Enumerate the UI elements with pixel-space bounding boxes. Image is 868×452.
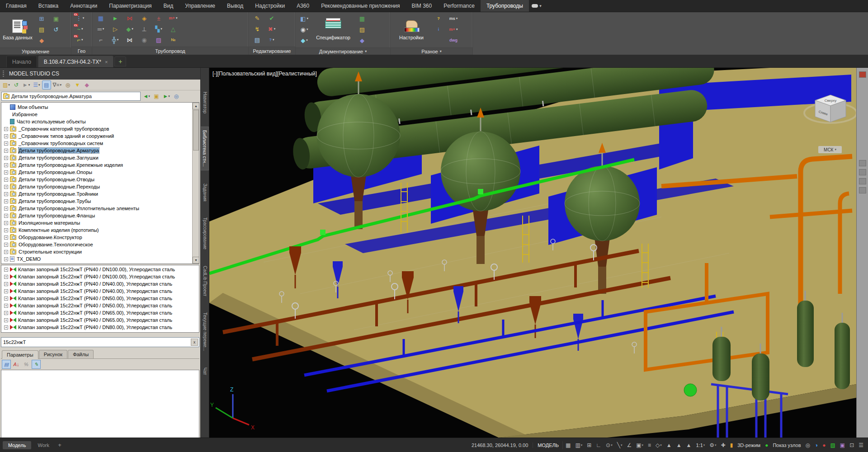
find-icon[interactable]: ◎▾ [63, 80, 72, 89]
customize-icon[interactable]: ☰ ▾ [857, 441, 865, 449]
camera-view-icon[interactable]: ◉▾ [297, 24, 311, 34]
model-space-button[interactable]: МОДЕЛЬ [534, 441, 563, 449]
layers-state-icon[interactable]: ▧ ▾ [828, 441, 837, 449]
ortho-icon[interactable]: ∟ ▾ [594, 441, 603, 449]
ribbon-display-toggle[interactable]: ▾ [529, 0, 544, 12]
start-pipeline-icon[interactable]: m+▾ [166, 13, 180, 23]
3d-scene[interactable]: Сверху Слева Z Y X [209, 68, 856, 438]
clipboard-check-icon[interactable]: ▤▾ [250, 35, 264, 45]
menu-tab[interactable]: Трубопроводы [481, 0, 529, 12]
menu-tab[interactable]: Управление [179, 0, 221, 12]
dwg-export-icon[interactable]: dwg▾ [447, 35, 460, 45]
tree-item[interactable]: TX_DEMO [1, 255, 192, 263]
tab-drawing-view[interactable]: Рисунок [39, 350, 68, 358]
nodes-display-icon[interactable]: ◎ ▾ [804, 441, 812, 449]
connect-pipes-icon[interactable]: ±▾ [152, 13, 165, 23]
tree-item[interactable]: Оборудование.Технологическое [1, 241, 192, 248]
expander-icon[interactable] [4, 127, 8, 131]
group-label[interactable]: Управление [0, 47, 71, 55]
collections-icon[interactable]: ▣▾ [49, 14, 63, 24]
annotation-visibility-icon[interactable]: ▲ ▾ [665, 441, 674, 449]
expander-icon[interactable] [4, 178, 8, 182]
units-icon[interactable]: ▮ ▾ [728, 441, 735, 449]
otrack-icon[interactable]: ∠ ▾ [625, 441, 633, 449]
side-tab[interactable]: Библиотека стн... [201, 127, 209, 170]
model-structure-icon[interactable]: ⊞▾ [35, 14, 48, 24]
expander-icon[interactable] [4, 250, 8, 254]
valve-list-item[interactable]: Клапан запорный 15с22нжТ (PN40 / DN50.00… [1, 295, 199, 302]
percent-icon[interactable]: % [22, 360, 31, 369]
menu-tab[interactable]: Рекомендованные приложения [315, 0, 406, 12]
object-cube-icon[interactable]: ◆▾ [35, 35, 48, 45]
section-cube-icon[interactable]: ◆▾ [297, 35, 311, 45]
tree-item[interactable]: Изоляционные материалы [1, 219, 192, 226]
tree-item[interactable]: Детали трубопроводные.Фланцы [1, 212, 192, 219]
expander-icon[interactable] [4, 304, 8, 308]
navbar-steering-icon[interactable] [859, 187, 866, 193]
expander-icon[interactable] [4, 325, 8, 330]
settings-button[interactable]: Настройки [392, 13, 430, 47]
check-model-icon[interactable]: ✔▾ [265, 13, 278, 23]
geo-surface-icon[interactable]: ~CL▾ [73, 24, 87, 34]
valve-list-item[interactable]: Клапан запорный 15с22нжТ (PN40 / DN80.00… [1, 324, 199, 331]
split-pipe-icon[interactable]: ▚▾ [152, 24, 165, 34]
navbar-orbit-icon[interactable] [859, 178, 866, 184]
open-doc-folder-icon[interactable]: ▨▾ [355, 24, 369, 34]
drawing-viewport[interactable]: [-][Пользовательский вид][Реалистичный] … [209, 68, 856, 438]
expander-icon[interactable] [4, 134, 8, 138]
expander-icon[interactable] [4, 170, 8, 174]
menu-tab[interactable]: Вставка [33, 0, 65, 12]
valve-list-item[interactable]: Клапан запорный 15с22нжТ (PN40 / DN65.00… [1, 316, 199, 324]
snap-mode-icon[interactable]: ▥ ▾ [573, 441, 584, 449]
refresh-db-icon[interactable]: ↺▾ [49, 24, 63, 34]
menu-tab[interactable]: Главная [0, 0, 33, 12]
find-object-button[interactable]: ◎▾ [172, 92, 181, 101]
group-label[interactable]: Разное [391, 47, 472, 55]
expander-icon[interactable] [4, 156, 8, 160]
support-icon[interactable]: ⊥▾ [137, 24, 151, 34]
expander-icon[interactable] [4, 275, 8, 279]
route-hand-icon[interactable]: ▷▾ [108, 24, 122, 34]
cap-icon[interactable]: ◉▾ [137, 35, 151, 45]
edit-props-icon[interactable]: ✎▾ [250, 13, 264, 23]
valve-list-item[interactable]: Клапан запорный 15с22нжТ (PN40 / DN50.00… [1, 302, 199, 309]
tree-item[interactable]: Мои объекты [1, 104, 192, 111]
expander-icon[interactable] [4, 192, 8, 196]
ucs-chip[interactable]: МСК [818, 146, 842, 153]
expander-icon[interactable] [4, 257, 8, 261]
tree-item[interactable]: Строительные конструкции [1, 248, 192, 255]
menu-tab[interactable]: Вид [158, 0, 179, 12]
set-folder-button[interactable]: ▣▾ [152, 92, 161, 101]
navbar-zoom-icon[interactable] [859, 169, 866, 175]
menu-tab[interactable]: Параметризация [103, 0, 157, 12]
categorize-icon[interactable]: ▤ [2, 360, 11, 369]
navbar-pan-icon[interactable] [859, 160, 866, 166]
layout-tab-work[interactable]: Work [32, 441, 54, 449]
isodraft-icon[interactable]: ╲ ▾ [615, 441, 624, 449]
menu-tab[interactable]: Вывод [221, 0, 249, 12]
tree-scrollbar[interactable] [192, 103, 199, 264]
tree-item[interactable]: Часто используемые объекты [1, 118, 192, 125]
valve-list-item[interactable]: Клапан запорный 15с22нжТ (PN40 / DN40.00… [1, 280, 199, 287]
tree-item[interactable]: Детали трубопроводные.Арматура [1, 147, 192, 154]
clear-search-button[interactable]: x [191, 339, 198, 346]
tree-view-icon[interactable]: ☰▾ [32, 80, 41, 89]
refresh-library-icon[interactable]: ↺▾ [12, 80, 21, 89]
erase-icon[interactable]: ✖▾ [265, 24, 278, 34]
tree-item[interactable]: Детали трубопроводные.Опоры [1, 169, 192, 176]
show-nodes-label[interactable]: Показ узлов ▾ [771, 442, 802, 449]
close-tab-icon[interactable]: × [105, 59, 108, 65]
scroll-down-icon[interactable] [193, 257, 199, 264]
capture-icon[interactable]: ▣ ▾ [838, 441, 847, 449]
tab-drawing[interactable]: В.108.47.СЗН-04.2-ТХ*× [38, 56, 114, 67]
side-tab[interactable]: Задания [201, 180, 209, 205]
table-edit-icon[interactable]: ▤▾ [35, 24, 48, 34]
ipcs-export-icon[interactable]: m+▾ [447, 24, 460, 34]
valve-list-item[interactable]: Клапан запорный 15с22нжТ (PN40 / DN40.00… [1, 287, 199, 295]
expander-icon[interactable] [4, 289, 8, 293]
history-back-button[interactable]: ◄▾ [142, 92, 151, 101]
open-library-icon[interactable]: ▨▾ [1, 80, 11, 89]
tree-item[interactable]: Детали трубопроводные.Уплотнительные эле… [1, 205, 192, 212]
tree-item[interactable]: Избранное [1, 111, 192, 118]
tree-item[interactable]: Детали трубопроводные.Трубы [1, 198, 192, 205]
